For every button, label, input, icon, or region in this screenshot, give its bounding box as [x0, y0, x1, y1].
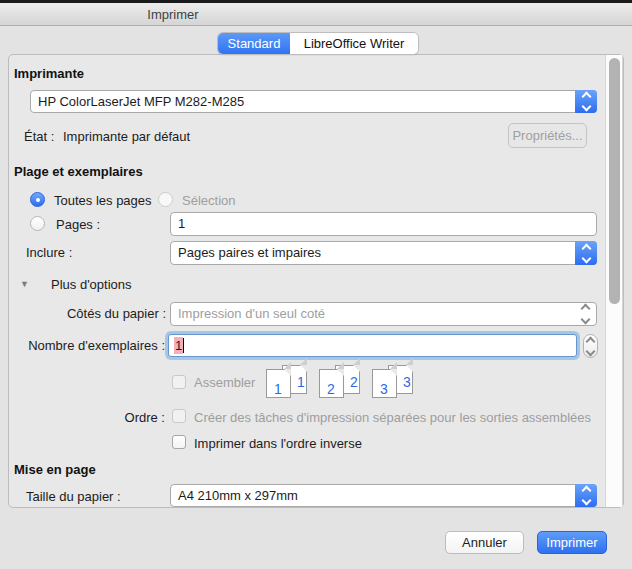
chevron-up-icon: [581, 304, 591, 314]
print-dialog: Imprimer Standard LibreOffice Writer Imp…: [0, 0, 632, 569]
collate-number: 3: [403, 375, 411, 389]
more-options-expander-icon[interactable]: ▼: [20, 279, 29, 289]
collate-number: 2: [327, 382, 335, 396]
scrollbar-thumb[interactable]: [609, 58, 620, 304]
radio-all-pages[interactable]: [30, 192, 45, 207]
dropdown-stepper: [575, 90, 597, 113]
pages-input-value: 1: [178, 213, 185, 234]
printer-status-label: État :: [24, 129, 54, 144]
paper-size-label: Taille du papier :: [26, 489, 121, 504]
dropdown-stepper: [575, 484, 597, 507]
collate-label: Assembler: [194, 375, 255, 390]
paper-sides-select[interactable]: Impression d'un seul coté: [170, 302, 597, 326]
radio-all-pages-label: Toutes les pages: [54, 193, 152, 208]
collate-number: 1: [274, 382, 282, 396]
printer-select-value: HP ColorLaserJet MFP M282-M285: [38, 91, 244, 112]
chevron-down-icon: [581, 496, 591, 506]
separate-jobs-checkbox[interactable]: [172, 409, 186, 423]
copies-input-selected-text: 1: [174, 337, 183, 354]
collate-pages-icon: 1 1: [266, 365, 312, 398]
text-caret: [183, 338, 184, 353]
include-select[interactable]: Pages paires et impaires: [170, 241, 597, 265]
include-label: Inclure :: [26, 245, 72, 260]
copies-label: Nombre d'exemplaires :: [0, 338, 165, 353]
window-title: Imprimer: [113, 7, 233, 22]
properties-button[interactable]: Propriétés...: [508, 123, 587, 148]
chevron-up-icon: [586, 336, 596, 346]
separate-jobs-label: Créer des tâches d'impression séparées p…: [194, 410, 591, 425]
tab-libreoffice-writer[interactable]: LibreOffice Writer: [290, 33, 418, 54]
printer-status-value: Imprimante par défaut: [63, 129, 190, 144]
printer-section-title: Imprimante: [14, 66, 84, 81]
cancel-button[interactable]: Annuler: [445, 531, 524, 554]
collate-pages-icon: 2 2: [319, 365, 365, 398]
paper-sides-select-value: Impression d'un seul coté: [178, 303, 325, 324]
radio-selection[interactable]: [158, 192, 173, 207]
radio-selection-label: Sélection: [182, 193, 235, 208]
copies-input[interactable]: 1: [168, 334, 577, 357]
print-button[interactable]: Imprimer: [537, 531, 607, 554]
include-select-value: Pages paires et impaires: [178, 242, 321, 263]
reverse-order-checkbox[interactable]: [172, 435, 186, 449]
more-options-label[interactable]: Plus d'options: [51, 277, 132, 292]
dropdown-stepper: [575, 241, 597, 265]
dialog-tab-bar: Standard LibreOffice Writer: [218, 33, 418, 54]
chevron-down-icon: [586, 346, 596, 356]
chevron-up-icon: [581, 92, 591, 102]
radio-pages-label: Pages :: [56, 217, 100, 232]
paper-size-select[interactable]: A4 210mm x 297mm: [170, 484, 597, 507]
pages-input[interactable]: 1: [170, 212, 597, 236]
collate-number: 2: [350, 375, 358, 389]
dropdown-stepper: [582, 303, 589, 325]
chevron-down-icon: [581, 102, 591, 112]
copies-stepper[interactable]: [583, 334, 598, 358]
paper-size-select-value: A4 210mm x 297mm: [178, 485, 298, 506]
collate-pages-icon: 3 3: [372, 365, 418, 398]
collate-number: 3: [380, 382, 388, 396]
order-label: Ordre :: [0, 410, 165, 425]
radio-pages[interactable]: [30, 216, 45, 231]
title-bar: Imprimer: [0, 3, 632, 26]
tab-standard[interactable]: Standard: [218, 33, 290, 54]
printer-select[interactable]: HP ColorLaserJet MFP M282-M285: [30, 90, 597, 113]
chevron-up-icon: [581, 243, 591, 253]
collate-number: 1: [297, 375, 305, 389]
reverse-order-label: Imprimer dans l'ordre inverse: [194, 436, 362, 451]
chevron-down-icon: [581, 315, 591, 325]
collate-checkbox[interactable]: [172, 375, 186, 389]
layout-section-title: Mise en page: [14, 462, 96, 477]
paper-sides-label: Côtés du papier :: [0, 306, 166, 321]
chevron-down-icon: [581, 253, 591, 263]
range-section-title: Plage et exemplaires: [14, 164, 143, 179]
chevron-up-icon: [581, 486, 591, 496]
